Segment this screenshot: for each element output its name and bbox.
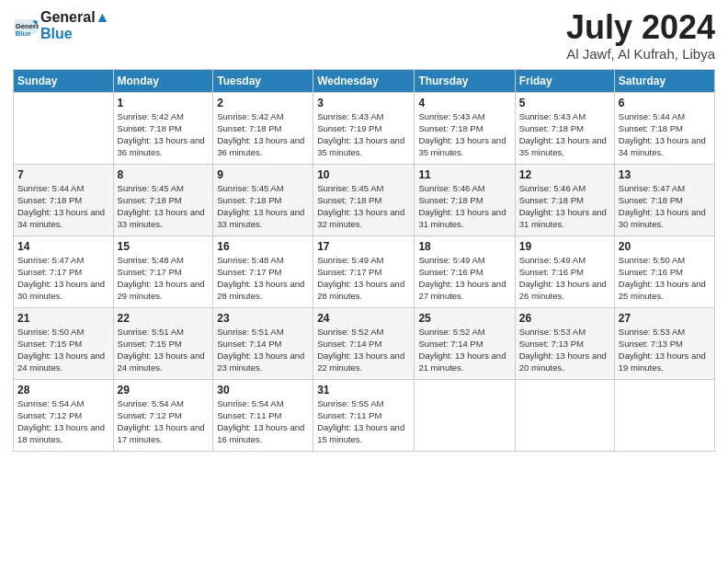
day-info: Sunrise: 5:50 AMSunset: 7:16 PMDaylight:… — [619, 254, 711, 303]
calendar-cell: 9Sunrise: 5:45 AMSunset: 7:18 PMDaylight… — [213, 164, 313, 236]
week-row-1: 1Sunrise: 5:42 AMSunset: 7:18 PMDaylight… — [14, 92, 715, 164]
calendar-cell: 10Sunrise: 5:45 AMSunset: 7:18 PMDayligh… — [313, 164, 415, 236]
page: General Blue General▲ Blue July 2024 Al … — [0, 0, 728, 563]
day-number: 16 — [217, 240, 309, 253]
calendar-cell: 23Sunrise: 5:51 AMSunset: 7:14 PMDayligh… — [213, 307, 313, 379]
day-info: Sunrise: 5:47 AMSunset: 7:17 PMDaylight:… — [17, 254, 109, 303]
calendar-table: SundayMondayTuesdayWednesdayThursdayFrid… — [13, 69, 715, 452]
day-info: Sunrise: 5:43 AMSunset: 7:18 PMDaylight:… — [519, 110, 610, 159]
day-number: 30 — [217, 384, 309, 396]
day-info: Sunrise: 5:48 AMSunset: 7:17 PMDaylight:… — [217, 254, 309, 303]
day-info: Sunrise: 5:49 AMSunset: 7:16 PMDaylight:… — [519, 254, 610, 303]
day-info: Sunrise: 5:50 AMSunset: 7:15 PMDaylight:… — [17, 326, 109, 374]
calendar-cell: 21Sunrise: 5:50 AMSunset: 7:15 PMDayligh… — [14, 307, 114, 379]
day-number: 15 — [118, 240, 210, 253]
calendar-cell — [515, 379, 614, 451]
day-number: 13 — [619, 168, 711, 181]
week-row-2: 7Sunrise: 5:44 AMSunset: 7:18 PMDaylight… — [14, 164, 715, 236]
day-number: 17 — [317, 240, 410, 253]
day-info: Sunrise: 5:47 AMSunset: 7:18 PMDaylight:… — [619, 182, 711, 231]
day-number: 5 — [519, 97, 610, 109]
weekday-header-row: SundayMondayTuesdayWednesdayThursdayFrid… — [14, 69, 715, 92]
calendar-cell — [614, 379, 714, 451]
calendar-cell: 18Sunrise: 5:49 AMSunset: 7:16 PMDayligh… — [415, 236, 515, 307]
day-number: 11 — [418, 168, 510, 181]
weekday-header-tuesday: Tuesday — [213, 69, 313, 92]
svg-text:Blue: Blue — [16, 29, 31, 37]
calendar-cell: 12Sunrise: 5:46 AMSunset: 7:18 PMDayligh… — [515, 164, 614, 236]
calendar-cell: 24Sunrise: 5:52 AMSunset: 7:14 PMDayligh… — [313, 307, 415, 379]
day-info: Sunrise: 5:54 AMSunset: 7:11 PMDaylight:… — [217, 397, 309, 446]
month-title: July 2024 — [566, 9, 715, 46]
calendar-cell: 6Sunrise: 5:44 AMSunset: 7:18 PMDaylight… — [614, 92, 714, 164]
day-number: 21 — [17, 312, 109, 325]
week-row-5: 28Sunrise: 5:54 AMSunset: 7:12 PMDayligh… — [14, 379, 715, 451]
weekday-header-monday: Monday — [113, 69, 213, 92]
day-number: 27 — [619, 312, 711, 325]
day-number: 23 — [217, 312, 309, 325]
day-info: Sunrise: 5:43 AMSunset: 7:18 PMDaylight:… — [418, 110, 510, 159]
day-info: Sunrise: 5:44 AMSunset: 7:18 PMDaylight:… — [17, 182, 109, 231]
calendar-cell: 27Sunrise: 5:53 AMSunset: 7:13 PMDayligh… — [614, 307, 714, 379]
day-info: Sunrise: 5:46 AMSunset: 7:18 PMDaylight:… — [519, 182, 610, 231]
day-info: Sunrise: 5:46 AMSunset: 7:18 PMDaylight:… — [418, 182, 510, 231]
day-number: 24 — [317, 312, 410, 325]
calendar-cell: 8Sunrise: 5:45 AMSunset: 7:18 PMDaylight… — [113, 164, 213, 236]
week-row-3: 14Sunrise: 5:47 AMSunset: 7:17 PMDayligh… — [14, 236, 715, 307]
logo: General Blue General▲ Blue — [13, 9, 109, 41]
day-number: 25 — [418, 312, 510, 325]
day-number: 3 — [317, 97, 410, 109]
calendar-cell: 1Sunrise: 5:42 AMSunset: 7:18 PMDaylight… — [113, 92, 213, 164]
day-info: Sunrise: 5:55 AMSunset: 7:11 PMDaylight:… — [317, 397, 410, 446]
week-row-4: 21Sunrise: 5:50 AMSunset: 7:15 PMDayligh… — [14, 307, 715, 379]
calendar-cell: 19Sunrise: 5:49 AMSunset: 7:16 PMDayligh… — [515, 236, 614, 307]
day-number: 9 — [217, 168, 309, 181]
day-info: Sunrise: 5:42 AMSunset: 7:18 PMDaylight:… — [217, 110, 309, 159]
calendar-cell: 2Sunrise: 5:42 AMSunset: 7:18 PMDaylight… — [213, 92, 313, 164]
logo-text: General▲ Blue — [40, 9, 109, 41]
day-info: Sunrise: 5:49 AMSunset: 7:16 PMDaylight:… — [418, 254, 510, 303]
day-info: Sunrise: 5:54 AMSunset: 7:12 PMDaylight:… — [17, 397, 109, 446]
day-info: Sunrise: 5:49 AMSunset: 7:17 PMDaylight:… — [317, 254, 410, 303]
day-number: 31 — [317, 384, 410, 396]
day-number: 26 — [519, 312, 610, 325]
calendar-cell: 5Sunrise: 5:43 AMSunset: 7:18 PMDaylight… — [515, 92, 614, 164]
weekday-header-saturday: Saturday — [614, 69, 714, 92]
calendar-cell: 29Sunrise: 5:54 AMSunset: 7:12 PMDayligh… — [113, 379, 213, 451]
day-info: Sunrise: 5:52 AMSunset: 7:14 PMDaylight:… — [418, 326, 510, 374]
calendar-cell: 22Sunrise: 5:51 AMSunset: 7:15 PMDayligh… — [113, 307, 213, 379]
calendar-cell: 25Sunrise: 5:52 AMSunset: 7:14 PMDayligh… — [415, 307, 515, 379]
day-info: Sunrise: 5:45 AMSunset: 7:18 PMDaylight:… — [118, 182, 210, 231]
calendar-cell: 30Sunrise: 5:54 AMSunset: 7:11 PMDayligh… — [213, 379, 313, 451]
calendar-cell: 3Sunrise: 5:43 AMSunset: 7:19 PMDaylight… — [313, 92, 415, 164]
day-number: 6 — [619, 97, 711, 109]
day-info: Sunrise: 5:45 AMSunset: 7:18 PMDaylight:… — [317, 182, 410, 231]
weekday-header-sunday: Sunday — [14, 69, 114, 92]
day-number: 7 — [17, 168, 109, 181]
day-info: Sunrise: 5:51 AMSunset: 7:14 PMDaylight:… — [217, 326, 309, 374]
calendar-cell: 15Sunrise: 5:48 AMSunset: 7:17 PMDayligh… — [113, 236, 213, 307]
day-number: 14 — [17, 240, 109, 253]
day-info: Sunrise: 5:43 AMSunset: 7:19 PMDaylight:… — [317, 110, 410, 159]
logo-icon: General Blue — [13, 13, 39, 39]
day-info: Sunrise: 5:53 AMSunset: 7:13 PMDaylight:… — [519, 326, 610, 374]
calendar-cell — [14, 92, 114, 164]
calendar-cell: 11Sunrise: 5:46 AMSunset: 7:18 PMDayligh… — [415, 164, 515, 236]
day-number: 18 — [418, 240, 510, 253]
day-info: Sunrise: 5:45 AMSunset: 7:18 PMDaylight:… — [217, 182, 309, 231]
calendar-cell: 20Sunrise: 5:50 AMSunset: 7:16 PMDayligh… — [614, 236, 714, 307]
day-number: 20 — [619, 240, 711, 253]
header: General Blue General▲ Blue July 2024 Al … — [13, 9, 715, 62]
location: Al Jawf, Al Kufrah, Libya — [566, 46, 715, 62]
day-number: 29 — [118, 384, 210, 396]
calendar-cell: 17Sunrise: 5:49 AMSunset: 7:17 PMDayligh… — [313, 236, 415, 307]
day-number: 4 — [418, 97, 510, 109]
calendar-cell: 26Sunrise: 5:53 AMSunset: 7:13 PMDayligh… — [515, 307, 614, 379]
day-number: 22 — [118, 312, 210, 325]
day-info: Sunrise: 5:54 AMSunset: 7:12 PMDaylight:… — [118, 397, 210, 446]
day-number: 1 — [118, 97, 210, 109]
day-info: Sunrise: 5:52 AMSunset: 7:14 PMDaylight:… — [317, 326, 410, 374]
calendar-cell: 4Sunrise: 5:43 AMSunset: 7:18 PMDaylight… — [415, 92, 515, 164]
weekday-header-friday: Friday — [515, 69, 614, 92]
calendar-cell: 31Sunrise: 5:55 AMSunset: 7:11 PMDayligh… — [313, 379, 415, 451]
